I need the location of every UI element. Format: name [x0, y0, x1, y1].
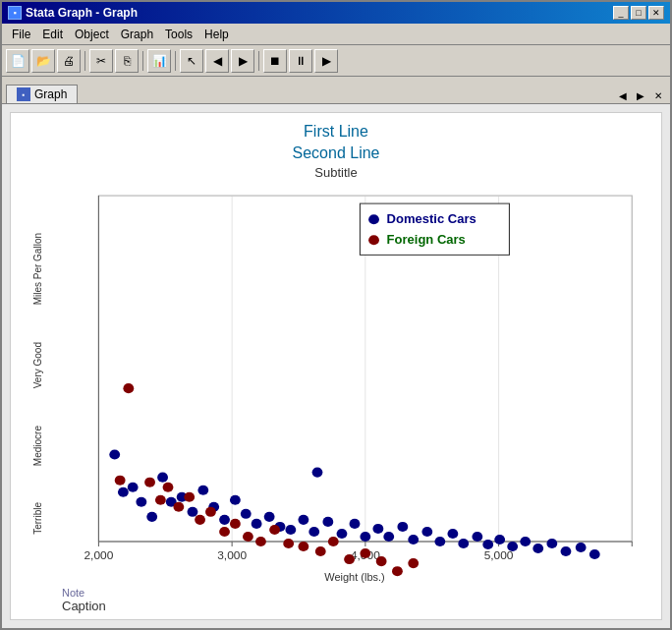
svg-point-75: [298, 542, 308, 551]
svg-point-36: [308, 527, 319, 537]
svg-text:3,000: 3,000: [217, 549, 247, 561]
tab-close-button[interactable]: ✕: [650, 87, 666, 103]
svg-point-62: [144, 477, 155, 487]
svg-point-77: [328, 537, 339, 546]
svg-point-58: [589, 549, 600, 559]
svg-point-44: [408, 535, 419, 544]
close-button[interactable]: ✕: [648, 6, 664, 20]
play-button[interactable]: ▶: [314, 49, 338, 73]
tab-prev-button[interactable]: ◀: [615, 87, 631, 103]
svg-point-55: [546, 539, 557, 548]
maximize-button[interactable]: □: [631, 6, 646, 20]
menu-tools[interactable]: Tools: [159, 26, 198, 43]
y-label-verygood: Very Good: [32, 342, 43, 388]
svg-point-32: [264, 512, 275, 522]
title-bar-text: ▪ Stata Graph - Graph: [8, 6, 138, 20]
arrow-button[interactable]: ↖: [180, 49, 203, 73]
menu-edit[interactable]: Edit: [36, 26, 69, 43]
y-label-terrible: Terrible: [32, 502, 43, 535]
tab-next-button[interactable]: ▶: [633, 87, 648, 103]
open-button[interactable]: 📂: [31, 49, 55, 73]
content-area: First Line Second Line Subtitle Miles Pe…: [2, 104, 670, 628]
tab-label: Graph: [34, 87, 67, 101]
menu-file[interactable]: File: [6, 26, 36, 43]
svg-point-82: [408, 558, 419, 568]
tab-navigation: ◀ ▶ ✕: [615, 87, 666, 103]
svg-point-26: [197, 485, 208, 494]
svg-point-61: [123, 383, 134, 393]
svg-point-49: [472, 532, 482, 542]
svg-point-86: [368, 235, 379, 245]
main-window: ▪ Stata Graph - Graph _ □ ✕ File Edit Ob…: [0, 0, 672, 630]
svg-point-30: [241, 509, 252, 519]
toolbar-separator-3: [175, 51, 176, 71]
minimize-button[interactable]: _: [613, 6, 629, 20]
svg-point-67: [195, 515, 205, 525]
svg-point-76: [315, 546, 326, 556]
svg-point-52: [507, 542, 518, 551]
plot-svg: 2,000 3,000 4,000 5,000: [56, 186, 653, 581]
svg-point-69: [219, 527, 230, 537]
chart-type-button[interactable]: 📊: [147, 49, 171, 73]
chart-title-area: First Line Second Line Subtitle: [19, 121, 653, 184]
toolbar-separator-4: [258, 51, 259, 71]
svg-point-54: [532, 544, 543, 553]
svg-point-20: [136, 497, 146, 507]
toolbar: 📄 📂 🖨 ✂ ⎘ 📊 ↖ ◀ ▶ ⏹ ⏸ ▶: [2, 45, 670, 77]
svg-point-41: [372, 524, 383, 534]
svg-point-65: [173, 502, 184, 512]
chart-title-line2: Second Line: [19, 143, 653, 164]
svg-point-25: [188, 507, 198, 517]
svg-point-42: [383, 532, 394, 542]
title-bar: ▪ Stata Graph - Graph _ □ ✕: [2, 2, 670, 24]
print-button[interactable]: 🖨: [57, 49, 81, 73]
svg-point-29: [230, 495, 241, 505]
svg-text:Domestic Cars: Domestic Cars: [387, 212, 476, 225]
svg-point-46: [434, 537, 445, 546]
svg-point-78: [344, 554, 355, 564]
new-button[interactable]: 📄: [6, 49, 29, 73]
cut-button[interactable]: ✂: [89, 49, 113, 73]
svg-point-74: [283, 539, 294, 548]
svg-point-28: [219, 515, 230, 525]
svg-point-48: [458, 539, 469, 548]
chart-title-line1: First Line: [19, 121, 653, 143]
plot-container: 2,000 3,000 4,000 5,000: [56, 186, 653, 583]
svg-point-19: [128, 482, 139, 491]
forward-button[interactable]: ▶: [231, 49, 254, 73]
svg-point-53: [520, 537, 531, 546]
svg-point-71: [243, 532, 253, 542]
svg-point-79: [360, 548, 370, 558]
svg-point-50: [482, 540, 493, 549]
menu-bar: File Edit Object Graph Tools Help: [2, 24, 670, 45]
svg-point-66: [184, 492, 195, 502]
svg-point-47: [447, 529, 458, 539]
title-bar-controls: _ □ ✕: [613, 6, 664, 20]
svg-point-17: [109, 449, 120, 459]
svg-point-60: [115, 475, 126, 485]
menu-object[interactable]: Object: [69, 26, 115, 43]
svg-point-57: [576, 543, 587, 552]
tab-icon: ▪: [17, 87, 30, 101]
toolbar-separator-1: [84, 51, 85, 71]
menu-help[interactable]: Help: [198, 26, 235, 43]
chart-footer: Note Caption: [19, 583, 653, 615]
svg-point-40: [360, 532, 370, 542]
svg-point-35: [298, 515, 308, 525]
stop-button[interactable]: ⏹: [263, 49, 287, 73]
svg-point-45: [421, 527, 432, 537]
svg-point-51: [494, 535, 505, 544]
svg-point-59: [312, 467, 323, 477]
svg-text:2,000: 2,000: [84, 549, 113, 561]
copy-button[interactable]: ⎘: [115, 49, 139, 73]
svg-rect-83: [360, 203, 509, 255]
pause-button[interactable]: ⏸: [289, 49, 312, 73]
svg-point-43: [397, 522, 408, 532]
back-button[interactable]: ◀: [205, 49, 229, 73]
caption-label: Caption: [62, 599, 645, 613]
svg-point-21: [146, 512, 157, 522]
menu-graph[interactable]: Graph: [115, 26, 159, 43]
graph-tab[interactable]: ▪ Graph: [6, 85, 78, 103]
svg-point-73: [269, 525, 280, 535]
chart-subtitle: Subtitle: [19, 165, 653, 180]
